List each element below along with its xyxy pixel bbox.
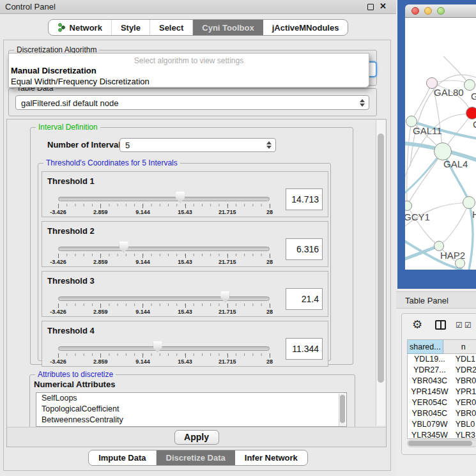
apply-button[interactable]: Apply — [174, 430, 219, 445]
node-label: G — [471, 91, 476, 102]
settings-scroll-area: Interval Definition Number of Intervals … — [6, 119, 387, 447]
thresholds-group: Threshold's Coordinates for 5 Intervals … — [38, 163, 331, 361]
tab-style[interactable]: Style — [112, 20, 150, 35]
interval-definition-title: Interval Definition — [36, 123, 100, 132]
tab-network[interactable]: Network — [49, 20, 112, 35]
tick-labels: -3.4262.8599.14415.4321.71528 — [58, 309, 270, 315]
option-manual-discretization[interactable]: Manual Discretization — [11, 66, 96, 75]
network-node[interactable] — [434, 142, 452, 160]
threshold-1-slider[interactable] — [58, 197, 270, 201]
tab-discretize-data[interactable]: Discretize Data — [157, 450, 235, 465]
number-of-intervals-combo[interactable]: 5 — [119, 138, 276, 152]
column-header-shared[interactable]: shared... — [408, 340, 443, 354]
tick-marks — [58, 254, 270, 259]
node-label: GAL11 — [413, 125, 442, 136]
list-item-topologicalcoefficient[interactable]: TopologicalCoefficient — [36, 404, 346, 415]
attributes-list-scrollbar[interactable] — [339, 394, 346, 427]
tab-jactivemnodules-label: jActiveMNodules — [272, 23, 339, 33]
option-equal-width-frequency[interactable]: Equal Width/Frequency Discretization — [11, 77, 150, 86]
threshold-4-value-field[interactable]: 11.344 — [286, 338, 323, 360]
table-row[interactable]: YDL19...YDL1 — [408, 354, 476, 365]
tab-select-label: Select — [159, 23, 183, 33]
threshold-2-slider[interactable] — [58, 247, 270, 251]
attributes-group-title: Attributes to discretize — [35, 370, 116, 379]
tab-impute-data-label: Impute Data — [98, 453, 146, 463]
threshold-1-row: Threshold 1 -3.4262.8599.14415.4321.7152… — [42, 171, 328, 217]
list-item-selfloops[interactable]: SelfLoops — [36, 393, 346, 404]
node-label: GAL4 — [443, 158, 468, 169]
table-data-combo[interactable]: galFiltered.sif default node — [15, 95, 369, 110]
scrollbar-thumb[interactable] — [378, 134, 384, 383]
tick-labels: -3.4262.8599.14415.4321.71528 — [58, 259, 270, 265]
table-row[interactable]: YBR043CYBR0 — [408, 376, 476, 387]
threshold-3-label: Threshold 3 — [47, 276, 95, 286]
gear-icon[interactable]: ⚙ — [412, 319, 422, 330]
number-of-intervals-label: Number of Intervals — [47, 140, 125, 150]
right-column: GAL80GCGAL11GAL4GCY1HHAP2 Table Panel ⚙ … — [396, 0, 476, 476]
threshold-4-slider[interactable] — [58, 346, 270, 351]
network-window-titlebar — [405, 4, 476, 18]
list-item-betweennesscentrality[interactable]: BetweennessCentrality — [36, 415, 346, 426]
minimize-traffic-light[interactable] — [424, 7, 432, 15]
threshold-3-slider[interactable] — [58, 296, 270, 301]
column-header-name[interactable]: n — [443, 340, 476, 354]
threshold-2-slider-thumb[interactable] — [119, 242, 128, 253]
threshold-3-slider-thumb[interactable] — [220, 291, 229, 303]
threshold-4-label: Threshold 4 — [47, 326, 95, 335]
threshold-1-slider-thumb[interactable] — [176, 192, 185, 203]
algorithm-hint: Select algorithm to view settings — [9, 56, 369, 65]
close-traffic-light[interactable] — [411, 7, 419, 15]
table-row[interactable]: YLR345WYLR3 — [408, 430, 476, 439]
scrollbar-thumb[interactable] — [408, 441, 472, 446]
control-panel: Control Panel ✕ Network Style Select — [0, 0, 396, 476]
table-panel-header: Table Panel — [396, 291, 476, 309]
tick-marks — [58, 303, 270, 309]
threshold-1-label: Threshold 1 — [47, 176, 95, 186]
threshold-2-value-field[interactable]: 6.316 — [286, 238, 323, 260]
tick-marks — [58, 204, 270, 209]
network-node[interactable] — [455, 258, 465, 268]
table-header-row: shared... n — [408, 340, 476, 354]
tick-marks — [58, 353, 270, 358]
apply-bar: Apply — [7, 427, 386, 447]
tab-impute-data[interactable]: Impute Data — [89, 450, 156, 465]
close-icon[interactable]: ✕ — [380, 1, 387, 11]
checkbox-icon[interactable]: ☑ — [464, 321, 472, 330]
threshold-1-value-field[interactable]: 14.713 — [286, 188, 323, 210]
columns-icon[interactable] — [435, 320, 446, 330]
zoom-traffic-light[interactable] — [437, 7, 445, 15]
numerical-attributes-label: Numerical Attributes — [34, 380, 115, 389]
threshold-4-slider-thumb[interactable] — [153, 341, 162, 353]
table-panel-toolbar: ⚙ ☑ ☑ — [402, 314, 476, 338]
network-node[interactable] — [464, 79, 475, 91]
combo-spinner-icon — [360, 99, 365, 107]
network-node[interactable] — [466, 107, 476, 119]
table-row[interactable]: YPR145WYPR1 — [408, 387, 476, 397]
number-of-intervals-value: 5 — [125, 141, 130, 150]
settings-scrollbar[interactable] — [376, 120, 385, 426]
top-tab-group: Network Style Select Cyni Toolbox jActiv… — [48, 19, 349, 36]
combo-spinner-icon — [266, 141, 272, 149]
table-row[interactable]: YBL079WYBL0 — [408, 419, 476, 430]
tick-labels: -3.4262.8599.14415.4321.71528 — [58, 358, 270, 365]
interval-definition-group: Interval Definition Number of Intervals … — [30, 127, 353, 365]
bottom-tab-group: Impute Data Discretize Data Infer Networ… — [88, 450, 308, 466]
tab-select[interactable]: Select — [150, 20, 193, 35]
threshold-3-value-field[interactable]: 21.4 — [286, 288, 323, 310]
top-tab-row: Network Style Select Cyni Toolbox jActiv… — [0, 19, 396, 37]
table-row[interactable]: YBR045CYBR0 — [408, 408, 476, 419]
tab-cyni-toolbox[interactable]: Cyni Toolbox — [193, 20, 263, 35]
table-panel-box: ⚙ ☑ ☑ shared... n YDL19...YDL1 YDR27...Y… — [401, 313, 476, 455]
network-node[interactable] — [463, 196, 475, 209]
checkbox-icon[interactable]: ☑ — [456, 321, 463, 330]
table-row[interactable]: YER054CYER0 — [408, 397, 476, 408]
network-canvas[interactable]: GAL80GCGAL11GAL4GCY1HHAP2 — [405, 18, 476, 270]
table-horizontal-scrollbar[interactable] — [407, 440, 476, 447]
tab-jactivemnodules[interactable]: jActiveMNodules — [263, 20, 348, 35]
float-window-icon[interactable] — [367, 4, 374, 10]
table-row[interactable]: YDR27...YDR2 — [408, 365, 476, 376]
thresholds-group-title: Threshold's Coordinates for 5 Intervals — [43, 158, 180, 167]
network-icon — [58, 23, 66, 32]
threshold-3-row: Threshold 3 -3.4262.8599.14415.4321.7152… — [42, 271, 328, 317]
tab-infer-network[interactable]: Infer Network — [235, 450, 307, 465]
